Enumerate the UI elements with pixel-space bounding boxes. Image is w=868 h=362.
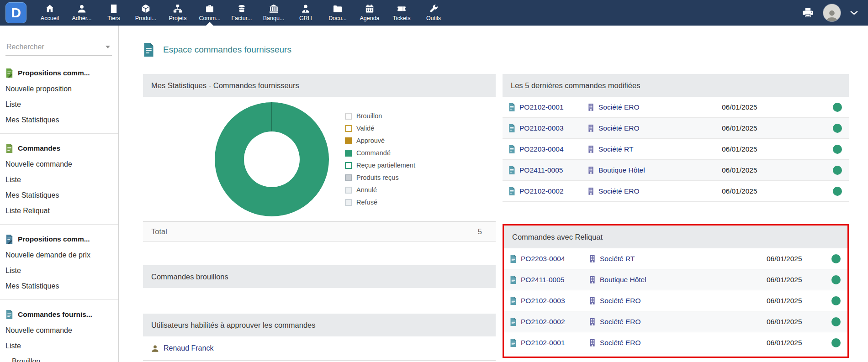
legend-item: Approuvé [345,135,415,147]
left-sidebar: Propositions comm... Nouvelle propositio… [0,26,119,362]
supplier-orders-icon [143,43,154,57]
stats-panel: Mes Statistiques - Commandes fournisseur… [143,74,496,241]
company-link[interactable]: Société ERO [598,103,640,111]
tools-icon [429,4,438,13]
order-doc-icon [508,145,515,153]
nav-tickets[interactable]: Tickets [386,0,418,26]
order-doc-icon [508,124,515,132]
legend-swatch-valide [345,125,352,132]
sidebar-item-stats-demandes[interactable]: Mes Statistiques [0,278,118,294]
nav-projets[interactable]: Projets [162,0,194,26]
order-row: PO2102-0002 Société ERO 06/01/2025 [504,311,847,332]
sidebar-item-liste-propositions[interactable]: Liste [0,97,118,112]
order-ref-link[interactable]: PO2102-0002 [521,318,565,326]
company-link[interactable]: Société ERO [598,187,640,195]
user-icon [151,345,159,352]
order-ref-link[interactable]: PO2203-0004 [521,255,565,263]
order-ref-link[interactable]: PO2102-0003 [521,297,565,305]
sidebar-item-liste-reliquat[interactable]: Liste Reliquat [0,203,118,219]
products-icon [141,4,150,13]
company-link[interactable]: Société ERO [600,297,641,305]
company-link[interactable]: Société ERO [600,339,641,347]
approvers-panel: Utilisateurs habilités à approuver les c… [143,314,496,361]
search-caret-down-icon[interactable] [106,46,110,48]
recent-orders-header: Les 5 dernières commandes modifiées [503,74,849,97]
sidebar-title-propositions-fournisseurs[interactable]: Propositions comm... [0,231,118,247]
order-doc-icon [508,166,515,174]
order-doc-icon [510,276,517,284]
order-ref-link[interactable]: PO2411-0005 [519,166,563,174]
nav-adherents[interactable]: Adhér... [66,0,98,26]
nav-produits[interactable]: Produi... [130,0,162,26]
nav-documents[interactable]: Docu... [322,0,354,26]
status-dot-green [831,275,841,284]
sidebar-title-commandes[interactable]: Commandes [0,140,118,157]
sidebar-item-liste-commandes-fournisseurs[interactable]: Liste [0,338,118,354]
nav-outils[interactable]: Outils [418,0,450,26]
company-link[interactable]: Boutique Hôtel [600,276,646,284]
status-dot-green [833,166,842,175]
print-button[interactable] [802,7,814,19]
user-avatar[interactable] [823,4,841,22]
nav-commerce-active[interactable]: Comm... [194,0,226,26]
company-link[interactable]: Société RT [598,145,633,153]
order-ref-link[interactable]: PO2203-0004 [519,145,564,153]
company-link[interactable]: Société ERO [598,124,640,132]
sidebar-title-commandes-fournisseurs[interactable]: Commandes fournis... [0,306,118,323]
order-ref-link[interactable]: PO2411-0005 [521,276,564,284]
chart-legend: Brouillon Validé Approuvé Commandé Reçue… [345,110,415,209]
sidebar-item-stats-propositions[interactable]: Mes Statistiques [0,112,118,128]
legend-swatch-approuve [345,137,352,144]
order-doc-icon [508,103,515,111]
company-icon [587,166,594,174]
sidebar-item-nouvelle-demande-prix[interactable]: Nouvelle demande de prix [0,247,118,263]
approver-row: Renaud Franck [143,336,496,361]
approver-link[interactable]: Renaud Franck [164,344,213,352]
order-row: PO2203-0004 Société RT 06/01/2025 [503,139,849,160]
order-ref-link[interactable]: PO2102-0002 [519,187,564,195]
main-content: Espace commandes fournisseurs Mes Statis… [119,26,868,362]
company-icon [589,276,596,283]
order-date: 06/01/2025 [767,318,831,326]
sidebar-item-liste-demandes[interactable]: Liste [0,263,118,278]
sidebar-section-demandes-prix: Propositions comm... Nouvelle demande de… [0,224,118,299]
sidebar-item-nouvelle-proposition[interactable]: Nouvelle proposition [0,81,118,97]
total-label: Total [151,227,167,236]
tickets-icon [397,4,406,13]
nav-grh[interactable]: GRH [290,0,322,26]
draft-orders-panel: Commandes brouillons [143,265,496,288]
sidebar-item-stats-commandes[interactable]: Mes Statistiques [0,188,118,203]
nav-accueil[interactable]: Accueil [34,0,66,26]
nav-tiers[interactable]: Tiers [98,0,130,26]
draft-orders-header: Commandes brouillons [143,265,496,288]
agenda-icon [365,4,374,13]
documents-icon [333,4,342,13]
order-doc-icon [510,255,517,263]
company-icon [589,255,596,262]
price-request-icon [5,235,13,244]
nav-agenda[interactable]: Agenda [354,0,386,26]
dolibarr-logo[interactable]: D [5,2,26,23]
sidebar-item-nouvelle-commande-fournisseur[interactable]: Nouvelle commande [0,323,118,338]
chevron-down-icon [850,10,858,16]
user-menu-toggle[interactable] [850,10,858,16]
sidebar-item-liste-commandes[interactable]: Liste [0,172,118,188]
sidebar-item-nouvelle-commande[interactable]: Nouvelle commande [0,157,118,172]
commerce-icon [205,4,214,13]
nav-banques[interactable]: Banqu... [258,0,290,26]
order-ref-link[interactable]: PO2102-0001 [521,339,565,347]
chart-total-row: Total 5 [143,221,496,241]
order-doc-icon [508,187,515,195]
sidebar-title-propositions-comm[interactable]: Propositions comm... [0,65,118,81]
sidebar-item-brouillon[interactable]: Brouillon [0,354,118,362]
sidebar-section-commandes: Commandes Nouvelle commande Liste Mes St… [0,133,118,224]
nav-facturation[interactable]: Factur... [226,0,258,26]
search-input[interactable] [5,41,112,55]
order-ref-link[interactable]: PO2102-0001 [519,103,564,111]
order-date: 06/01/2025 [722,187,833,195]
company-link[interactable]: Société ERO [600,318,641,326]
company-link[interactable]: Société RT [600,255,635,263]
legend-item: Produits reçus [345,172,415,184]
company-link[interactable]: Boutique Hôtel [598,166,645,174]
order-ref-link[interactable]: PO2102-0003 [519,124,564,132]
